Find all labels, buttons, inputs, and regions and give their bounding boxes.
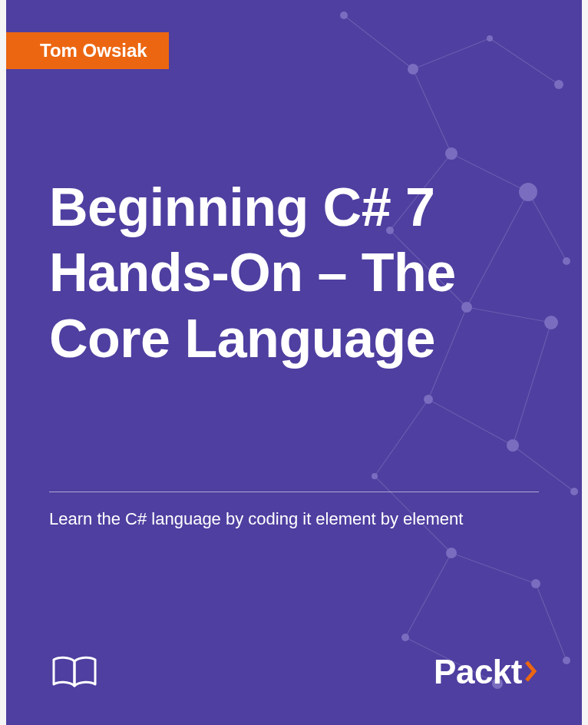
svg-point-29: [544, 316, 558, 329]
chevron-right-icon: [524, 653, 539, 691]
svg-point-36: [401, 634, 409, 641]
svg-point-32: [570, 488, 578, 495]
subtitle-block: Learn the C# language by coding it eleme…: [49, 492, 539, 529]
svg-line-10: [428, 399, 513, 445]
svg-line-15: [405, 553, 451, 637]
svg-point-20: [340, 12, 348, 19]
publisher-logo: Packt: [434, 653, 539, 691]
svg-point-21: [408, 64, 418, 74]
svg-line-0: [344, 15, 413, 69]
book-subtitle: Learn the C# language by coding it eleme…: [49, 509, 539, 529]
author-tag: Tom Owsiak: [6, 32, 169, 69]
svg-line-1: [413, 38, 490, 69]
title-block: Beginning C# 7 Hands-On – The Core Langu…: [49, 175, 539, 372]
svg-point-24: [445, 147, 458, 160]
publisher-name: Packt: [434, 653, 522, 691]
svg-line-12: [375, 399, 428, 476]
svg-point-38: [563, 657, 570, 664]
book-title: Beginning C# 7 Hands-On – The Core Langu…: [49, 175, 539, 372]
svg-line-2: [490, 38, 559, 84]
svg-point-30: [424, 395, 433, 404]
svg-point-26: [563, 257, 570, 265]
svg-point-34: [446, 548, 457, 558]
svg-point-33: [372, 473, 378, 479]
author-name: Tom Owsiak: [40, 40, 147, 61]
svg-line-3: [413, 69, 451, 154]
svg-point-35: [531, 579, 540, 588]
svg-line-14: [451, 553, 536, 584]
footer: Packt: [49, 653, 539, 691]
svg-line-17: [536, 584, 567, 660]
book-cover: Tom Owsiak Beginning C# 7 Hands-On – The…: [6, 0, 582, 725]
svg-line-11: [513, 445, 574, 492]
svg-point-23: [554, 80, 563, 89]
svg-point-22: [487, 35, 493, 41]
svg-point-31: [507, 439, 519, 452]
book-icon: [49, 654, 100, 690]
